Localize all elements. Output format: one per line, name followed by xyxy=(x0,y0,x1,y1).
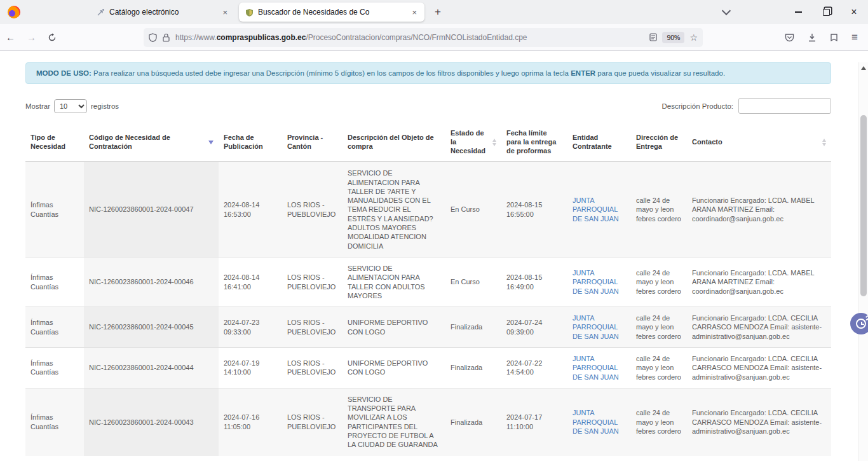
cell-fecha-publicacion: 2024-08-14 16:41:00 xyxy=(219,257,282,306)
cell-entidad: JUNTA PARROQUIAL DE SAN JUAN xyxy=(567,162,631,258)
new-tab-button[interactable]: + xyxy=(431,6,445,18)
menu-hamburger-icon[interactable]: ≡ xyxy=(851,31,858,44)
entidad-link[interactable]: JUNTA PARROQUIAL DE SAN JUAN xyxy=(573,314,619,340)
cell-entidad: JUNTA PARROQUIAL DE SAN JUAN xyxy=(567,348,631,389)
lock-icon[interactable] xyxy=(163,33,170,42)
cell-provincia-canton: LOS RIOS - PUEBLOVIEJO xyxy=(282,257,342,306)
clock-wing-icon xyxy=(865,314,868,318)
page-content: MODO DE USO: Para realizar una búsqueda … xyxy=(0,62,868,461)
cell-descripcion: SERVICIO DE TRANSPORTE PARA MOVILIZAR A … xyxy=(342,388,445,455)
cell-fecha-limite: 2024-07-22 14:54:00 xyxy=(501,348,567,389)
entidad-link[interactable]: JUNTA PARROQUIAL DE SAN JUAN xyxy=(573,355,619,381)
header-tipo-necesidad[interactable]: Tipo de Necesidad xyxy=(25,123,84,162)
cell-fecha-publicacion: 2024-08-14 16:53:00 xyxy=(219,162,282,258)
header-fecha-publicacion[interactable]: Fecha de Publicación xyxy=(219,123,282,162)
browser-tab-strip: Catálogo electrónico × Buscador de Neces… xyxy=(0,0,868,24)
cell-descripcion: SERVICIO DE ALIMENTACION PARA TALLER DE … xyxy=(342,162,445,258)
show-records-suffix: registros xyxy=(91,102,119,110)
clock-icon xyxy=(856,319,866,329)
usage-mode-banner: MODO DE USO: Para realizar una búsqueda … xyxy=(25,62,831,84)
extensions-icon[interactable] xyxy=(830,33,838,42)
url-text: https://www.compraspublicas.gob.ec/Proce… xyxy=(175,33,649,42)
zoom-level-indicator[interactable]: 90% xyxy=(662,32,684,43)
cell-tipo-necesidad: Ínfimas Cuantías xyxy=(25,307,84,348)
reader-view-icon[interactable] xyxy=(649,33,657,41)
bookmark-star-icon[interactable]: ☆ xyxy=(689,32,698,43)
cell-estado: Finalizada xyxy=(445,348,501,389)
banner-label: MODO DE USO: xyxy=(36,69,92,77)
cell-estado: En Curso xyxy=(445,257,501,306)
list-all-tabs-chevron-icon[interactable] xyxy=(722,6,731,15)
table-row: Ínfimas Cuantías NIC-1260023860001-2024-… xyxy=(25,388,831,455)
back-button[interactable]: ← xyxy=(0,32,21,43)
entidad-link[interactable]: JUNTA PARROQUIAL DE SAN JUAN xyxy=(573,409,619,435)
window-close-button[interactable]: × xyxy=(840,0,868,24)
reload-icon xyxy=(48,33,57,42)
records-per-page-select[interactable]: 10 xyxy=(54,99,87,113)
cell-codigo: NIC-1260023860001-2024-00046 xyxy=(84,257,219,306)
downloads-icon[interactable] xyxy=(808,33,817,42)
catalog-favicon-icon xyxy=(97,8,105,17)
table-row: Ínfimas Cuantías NIC-1260023860001-2024-… xyxy=(25,257,831,306)
floating-timer-widget-button[interactable] xyxy=(850,313,868,334)
entidad-link[interactable]: JUNTA PARROQUIAL DE SAN JUAN xyxy=(573,269,619,295)
cell-direccion-entrega: calle 24 de mayo y leon febres cordero xyxy=(631,307,687,348)
cell-descripcion: SERVICIO DE ALIMENTACION PARA TALLER CON… xyxy=(342,257,445,306)
cell-descripcion: UNIFORME DEPORTIVO CON LOGO xyxy=(342,307,445,348)
window-minimize-button[interactable] xyxy=(784,0,812,24)
cell-direccion-entrega: calle 24 de mayo y leon febres cordero xyxy=(631,257,687,306)
table-body: Ínfimas Cuantías NIC-1260023860001-2024-… xyxy=(25,162,831,456)
pocket-icon[interactable] xyxy=(785,33,794,42)
url-bar[interactable]: https://www.compraspublicas.gob.ec/Proce… xyxy=(144,28,703,47)
header-fecha-limite[interactable]: Fecha límite para la entrega de proforma… xyxy=(501,123,567,162)
table-row: Ínfimas Cuantías NIC-1260023860001-2024-… xyxy=(25,162,831,258)
tab-close-icon[interactable]: × xyxy=(221,8,229,17)
scroll-up-arrow-icon[interactable] xyxy=(861,66,866,70)
product-description-input[interactable] xyxy=(738,98,831,114)
cell-direccion-entrega: calle 24 de mayo y leon febres cordero xyxy=(631,348,687,389)
header-entidad-contratante[interactable]: Entidad Contratante xyxy=(567,123,631,162)
table-row: Ínfimas Cuantías NIC-1260023860001-2024-… xyxy=(25,348,831,389)
cell-fecha-publicacion: 2024-07-16 11:05:00 xyxy=(219,388,282,455)
header-direccion-entrega[interactable]: Dirección de Entrega xyxy=(631,123,687,162)
window-restore-button[interactable] xyxy=(812,0,840,24)
forward-button[interactable]: → xyxy=(21,32,42,43)
cell-entidad: JUNTA PARROQUIAL DE SAN JUAN xyxy=(567,257,631,306)
entidad-link[interactable]: JUNTA PARROQUIAL DE SAN JUAN xyxy=(573,196,619,223)
cell-provincia-canton: LOS RIOS - PUEBLOVIEJO xyxy=(282,307,342,348)
crest-favicon-icon xyxy=(245,8,254,17)
cell-contacto: Funcionario Encargado: LCDA. MABEL ARANA… xyxy=(687,257,831,306)
header-provincia-canton[interactable]: Provincia - Cantón xyxy=(282,123,342,162)
scrollbar-thumb[interactable] xyxy=(860,115,867,296)
cell-direccion-entrega: calle 24 de mayo y leon febres cordero xyxy=(631,162,687,258)
tab-catalogo-electronico[interactable]: Catálogo electrónico × xyxy=(90,3,235,22)
header-codigo[interactable]: Código de Necesidad de Contratación xyxy=(84,123,219,162)
tab-buscador-necesidades[interactable]: Buscador de Necesidades de Co × xyxy=(239,3,424,22)
cell-fecha-limite: 2024-08-15 16:49:00 xyxy=(501,257,567,306)
cell-entidad: JUNTA PARROQUIAL DE SAN JUAN xyxy=(567,307,631,348)
cell-codigo: NIC-1260023860001-2024-00047 xyxy=(84,162,219,258)
needs-table: Tipo de Necesidad Código de Necesidad de… xyxy=(25,123,831,456)
cell-codigo: NIC-1260023860001-2024-00043 xyxy=(84,388,219,455)
cell-fecha-publicacion: 2024-07-19 14:10:00 xyxy=(219,348,282,389)
cell-contacto: Funcionario Encargado: LCDA. CECILIA CAR… xyxy=(687,388,831,455)
cell-tipo-necesidad: Ínfimas Cuantías xyxy=(25,388,84,455)
table-header-row: Tipo de Necesidad Código de Necesidad de… xyxy=(25,123,831,162)
banner-enter-key: ENTER xyxy=(571,69,595,77)
tracking-shield-icon[interactable] xyxy=(149,33,157,42)
sort-both-icon xyxy=(492,139,496,146)
table-row: Ínfimas Cuantías NIC-1260023860001-2024-… xyxy=(25,307,831,348)
cell-contacto: Funcionario Encargado: LCDA. CECILIA CAR… xyxy=(687,348,831,389)
show-records-control: Mostrar 10 registros xyxy=(25,99,119,113)
banner-text-2: para que pueda visualizar su resultado. xyxy=(595,69,725,77)
firefox-logo-icon[interactable] xyxy=(8,6,20,18)
tab-close-icon[interactable]: × xyxy=(410,8,418,17)
header-descripcion-objeto[interactable]: Descripción del Objeto de compra xyxy=(342,123,445,162)
vertical-scrollbar[interactable] xyxy=(858,62,868,461)
cell-descripcion: UNIFORME DEPORTIVO CON LOGO xyxy=(342,348,445,389)
tab-title: Buscador de Necesidades de Co xyxy=(258,8,406,17)
header-contacto[interactable]: Contacto xyxy=(687,123,831,162)
header-estado-necesidad[interactable]: Estado de la Necesidad xyxy=(445,123,501,162)
sort-both-icon xyxy=(822,139,826,146)
reload-button[interactable] xyxy=(42,33,62,42)
